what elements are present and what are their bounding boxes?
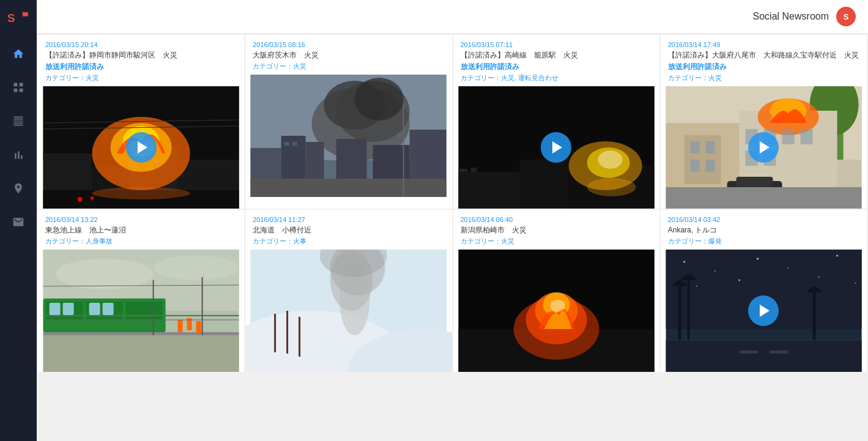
svg-point-115	[787, 267, 788, 269]
card-8-category: カテゴリー：爆発	[668, 237, 859, 246]
card-4-play-button[interactable]	[748, 132, 779, 163]
content-area: 2016/03/15 20:14 【許諾済み】静岡市静岡市駿河区 火災 放送利用…	[37, 34, 868, 441]
svg-rect-122	[687, 280, 689, 341]
main-area: Social Newsroom S 2016/03/15 20:14 【許諾済み…	[37, 0, 868, 441]
card-2-meta: 2016/03/15 08:16 大阪府茨木市 火災 カテゴリー：火災	[245, 35, 451, 75]
logo[interactable]: S	[0, 0, 37, 37]
svg-rect-37	[519, 160, 568, 209]
card-1-play-button[interactable]	[126, 132, 157, 163]
card-3-title: 【許諾済み】高崎線 籠原駅 火災	[461, 50, 652, 61]
sidebar-item-mail[interactable]	[0, 205, 37, 239]
card-4-licensed: 放送利用許諾済み	[668, 62, 859, 72]
card-1-licensed: 放送利用許諾済み	[45, 62, 237, 72]
svg-point-114	[757, 258, 759, 259]
svg-rect-85	[196, 321, 201, 333]
card-3-date: 2016/03/15 07:11	[461, 41, 652, 48]
card-8-image[interactable]	[661, 250, 867, 372]
card-1-meta: 2016/03/15 20:14 【許諾済み】静岡市静岡市駿河区 火災 放送利用…	[38, 35, 244, 86]
svg-rect-79	[89, 303, 100, 315]
card-5-category: カテゴリー：人身事故	[45, 237, 237, 246]
card-3-meta: 2016/03/15 07:11 【許諾済み】高崎線 籠原駅 火災 放送利用許諾…	[453, 35, 659, 86]
card-7-category: カテゴリー：火災	[461, 237, 652, 246]
svg-point-120	[855, 283, 856, 284]
card-2-date: 2016/03/15 08:16	[253, 41, 444, 48]
card-4-image[interactable]	[661, 86, 867, 209]
avatar[interactable]: S	[836, 7, 856, 26]
svg-rect-124	[666, 340, 861, 372]
card-8-title: Ankara, トルコ	[668, 225, 859, 235]
card-7-meta: 2016/03/14 06:40 新潟県柏崎市 火災 カテゴリー：火災	[453, 210, 659, 250]
card-3-category: カテゴリー：火災, 運転見合わせ	[461, 73, 652, 83]
svg-rect-51	[690, 141, 699, 154]
svg-point-113	[714, 270, 715, 272]
svg-rect-52	[705, 141, 714, 154]
card-4-category: カテゴリー：火災	[668, 73, 859, 83]
sidebar-item-home[interactable]	[0, 37, 37, 70]
top-header: Social Newsroom S	[37, 0, 868, 34]
svg-rect-31	[292, 142, 297, 146]
svg-point-71	[56, 259, 154, 289]
svg-rect-77	[50, 303, 61, 315]
svg-point-13	[92, 187, 190, 199]
card-5-meta: 2016/03/14 13:22 東急池上線 池上〜蓮沼 カテゴリー：人身事故	[38, 210, 244, 250]
card-3-play-button[interactable]	[541, 132, 571, 163]
card-2-image[interactable]	[245, 75, 451, 197]
card-3-licensed: 放送利用許諾済み	[461, 62, 652, 72]
card-8-play-button[interactable]	[748, 295, 779, 326]
card-4: 2016/03/14 17:49 【許諾済み】大阪府八尾市 大和路線久宝寺駅付近…	[661, 35, 867, 209]
svg-rect-61	[800, 129, 812, 144]
card-1: 2016/03/15 20:14 【許諾済み】静岡市静岡市駿河区 火災 放送利用…	[38, 35, 244, 209]
svg-rect-44	[470, 168, 477, 172]
svg-rect-123	[812, 292, 815, 341]
card-5-image	[38, 250, 244, 372]
svg-rect-43	[458, 169, 467, 172]
card-1-date: 2016/03/15 20:14	[45, 41, 237, 48]
svg-rect-80	[103, 303, 114, 315]
sidebar-item-table[interactable]	[0, 104, 37, 138]
svg-rect-54	[705, 160, 714, 172]
svg-rect-36	[458, 172, 519, 209]
card-7-date: 2016/03/14 06:40	[461, 216, 652, 223]
svg-point-119	[818, 276, 819, 278]
svg-point-23	[355, 78, 404, 120]
svg-rect-68	[666, 187, 861, 209]
card-grid: 2016/03/15 20:14 【許諾済み】静岡市静岡市駿河区 火災 放送利用…	[37, 34, 868, 373]
card-3-image[interactable]	[453, 86, 659, 209]
svg-rect-50	[684, 135, 721, 184]
svg-point-41	[598, 150, 622, 169]
svg-marker-1	[23, 12, 28, 17]
sidebar-item-map[interactable]	[0, 171, 37, 205]
card-5-date: 2016/03/14 13:22	[45, 216, 237, 223]
card-7-title: 新潟県柏崎市 火災	[461, 225, 652, 235]
card-6-meta: 2016/03/14 11:27 北海道 小樽付近 カテゴリー：火事	[245, 210, 451, 250]
card-2: 2016/03/15 08:16 大阪府茨木市 火災 カテゴリー：火災	[245, 35, 451, 209]
card-4-title: 【許諾済み】大阪府八尾市 大和路線久宝寺駅付近 火災	[668, 50, 859, 61]
svg-rect-127	[770, 350, 788, 354]
svg-rect-121	[678, 286, 681, 341]
svg-rect-78	[63, 303, 74, 315]
svg-rect-83	[178, 320, 183, 332]
svg-point-116	[836, 254, 838, 256]
svg-rect-30	[284, 142, 289, 146]
svg-point-112	[683, 261, 685, 262]
svg-point-117	[696, 286, 697, 287]
sidebar-item-grid[interactable]	[0, 70, 37, 104]
card-8: 2016/03/14 03:42 Ankara, トルコ カテゴリー：爆発	[661, 210, 867, 372]
card-6-category: カテゴリー：火事	[253, 237, 444, 246]
svg-point-118	[738, 279, 740, 281]
svg-rect-76	[126, 302, 163, 320]
sidebar: S	[0, 0, 37, 441]
card-8-date: 2016/03/14 03:42	[668, 216, 859, 223]
svg-point-17	[91, 196, 94, 200]
card-5: 2016/03/14 13:22 東急池上線 池上〜蓮沼 カテゴリー：人身事故	[38, 210, 244, 372]
card-2-category: カテゴリー：火災	[253, 62, 444, 71]
svg-point-72	[154, 256, 239, 280]
card-6-date: 2016/03/14 11:27	[253, 216, 444, 223]
sidebar-item-chart[interactable]	[0, 138, 37, 171]
svg-text:S: S	[7, 12, 15, 24]
svg-point-42	[587, 178, 636, 196]
card-7-image	[453, 250, 659, 372]
card-8-meta: 2016/03/14 03:42 Ankara, トルコ カテゴリー：爆発	[661, 210, 867, 250]
card-1-image[interactable]	[38, 86, 244, 209]
card-4-date: 2016/03/14 17:49	[668, 41, 859, 48]
